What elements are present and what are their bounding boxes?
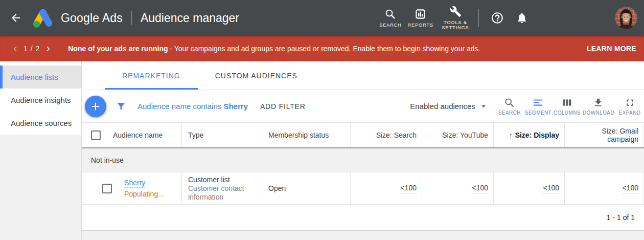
size-value: <100	[400, 184, 417, 193]
table-footer: 1 - 1 of 1	[82, 205, 644, 230]
help-button[interactable]	[491, 11, 504, 25]
help-icon	[491, 11, 504, 25]
row-checkbox[interactable]	[102, 184, 112, 193]
topbar-left: Google Ads Audience manager	[0, 8, 239, 28]
sidebar: Audience lists Audience insights Audienc…	[0, 61, 82, 240]
account-avatar[interactable]	[615, 7, 637, 29]
wrench-icon	[450, 6, 462, 17]
topbar-divider	[131, 11, 132, 25]
alert-banner: 1 / 2 None of your ads are running - You…	[0, 36, 644, 61]
action-label: EXPAND	[619, 110, 641, 116]
column-label: Membership status	[268, 131, 329, 139]
chevron-down-icon	[480, 103, 487, 110]
header-audience-name: Audience name	[82, 123, 182, 147]
notifications-button[interactable]	[516, 12, 528, 24]
download-icon	[593, 97, 604, 108]
table-header-row: Audience name Type Membership status Siz…	[82, 123, 644, 147]
segment-action-button[interactable]: SEGMENT	[524, 97, 553, 116]
active-filter-chip[interactable]: Audience name contains Sherry	[137, 102, 248, 111]
google-ads-logo-icon[interactable]	[31, 8, 55, 28]
header-size-display[interactable]: ↑Size: Display	[494, 123, 565, 147]
banner-prev-button[interactable]	[12, 45, 19, 53]
add-filter-button[interactable]: ADD FILTER	[260, 102, 306, 111]
tab-label: CUSTOM AUDIENCES	[215, 72, 297, 80]
main-panel: REMARKETING CUSTOM AUDIENCES Audience na…	[82, 61, 644, 240]
main-card: REMARKETING CUSTOM AUDIENCES Audience na…	[82, 61, 644, 231]
banner-message: None of your ads are running - Your camp…	[68, 45, 480, 53]
columns-icon	[562, 97, 572, 108]
sidebar-item-audience-sources[interactable]: Audience sources	[0, 112, 81, 135]
pagination-label: 1 - 1 of 1	[607, 213, 635, 222]
action-label: COLUMNS	[554, 110, 581, 116]
search-icon	[504, 97, 515, 108]
audience-name-link[interactable]: Sherry	[124, 179, 145, 188]
header-size-youtube[interactable]: Size: YouTube	[422, 123, 494, 147]
membership-value: Open	[268, 184, 344, 192]
cell-size-gmail: <100	[565, 172, 644, 204]
banner-message-rest: - Your campaigns and ad groups are pause…	[168, 45, 480, 53]
sidebar-item-label: Audience insights	[11, 96, 71, 104]
filter-icon[interactable]	[115, 100, 127, 113]
cell-audience-name: Sherry Populating...	[82, 172, 182, 204]
audience-view-select[interactable]: Enabled audiences	[410, 102, 487, 111]
view-select-value: Enabled audiences	[410, 102, 475, 111]
topbar-tools-button[interactable]: TOOLS & SETTINGS	[436, 6, 474, 30]
populating-status: Populating...	[124, 188, 164, 200]
select-all-checkbox[interactable]	[91, 130, 101, 140]
banner-next-button[interactable]	[44, 45, 52, 53]
expand-action-button[interactable]: EXPAND	[615, 97, 644, 116]
size-value: <100	[472, 184, 488, 193]
column-label: Size: Display	[515, 131, 559, 139]
download-action-button[interactable]: DOWNLOAD	[582, 97, 615, 116]
plus-icon	[90, 101, 101, 112]
topbar-right: SEARCH REPORTS TOOLS & SETTINGS	[376, 6, 644, 30]
table-actions: SEARCH SEGMENT COLUMNS DOWNLOAD	[495, 97, 644, 116]
back-arrow-icon[interactable]	[10, 12, 22, 24]
banner-pager: 1 / 2	[24, 45, 40, 53]
column-label: Type	[188, 131, 203, 139]
table-toolbar: Audience name contains Sherry ADD FILTER…	[82, 90, 644, 123]
tab-label: REMARKETING	[122, 72, 180, 80]
sidebar-item-label: Audience lists	[11, 73, 58, 81]
filter-prefix: Audience name contains	[137, 102, 223, 111]
table-row: Sherry Populating... Customer list Custo…	[82, 172, 644, 205]
column-label: Size: Search	[376, 131, 417, 139]
search-action-button[interactable]: SEARCH	[495, 97, 524, 116]
cell-type: Customer list Customer contact informati…	[182, 172, 262, 204]
cell-size-youtube: <100	[422, 172, 494, 204]
column-label: Size: YouTube	[442, 131, 488, 139]
banner-message-bold: None of your ads are running	[68, 45, 168, 53]
bell-icon	[516, 12, 528, 24]
sidebar-item-label: Audience sources	[11, 119, 72, 127]
brand-name: Google Ads	[61, 11, 123, 25]
cell-size-search: <100	[351, 172, 422, 204]
topbar-search-label: SEARCH	[379, 23, 402, 28]
learn-more-link[interactable]: LEARN MORE	[587, 45, 636, 53]
top-app-bar: Google Ads Audience manager SEARCH REPOR…	[0, 0, 644, 36]
header-size-search[interactable]: Size: Search	[351, 123, 422, 147]
size-value: <100	[622, 184, 638, 193]
column-label: Size: Gmail campaign	[571, 127, 638, 143]
topbar-divider	[478, 9, 479, 27]
sidebar-panel: Audience lists Audience insights Audienc…	[0, 61, 81, 135]
topbar-reports-label: REPORTS	[408, 23, 433, 28]
sidebar-item-audience-insights[interactable]: Audience insights	[0, 89, 81, 112]
header-type[interactable]: Type	[182, 123, 262, 147]
tab-remarketing[interactable]: REMARKETING	[105, 61, 198, 90]
reports-icon	[415, 8, 426, 20]
header-membership-status[interactable]: Membership status	[262, 123, 351, 147]
sort-ascending-icon: ↑	[509, 131, 513, 139]
group-row-not-in-use: Not in-use	[82, 147, 644, 172]
group-label: Not in-use	[91, 156, 124, 164]
action-label: DOWNLOAD	[583, 110, 614, 116]
search-icon	[384, 8, 396, 20]
add-audience-button[interactable]	[85, 96, 106, 117]
columns-action-button[interactable]: COLUMNS	[553, 97, 582, 116]
tab-bar: REMARKETING CUSTOM AUDIENCES	[82, 61, 644, 90]
sidebar-item-audience-lists[interactable]: Audience lists	[0, 66, 81, 89]
header-size-gmail[interactable]: Size: Gmail campaign	[565, 123, 644, 147]
topbar-search-button[interactable]: SEARCH	[376, 8, 405, 28]
topbar-reports-button[interactable]: REPORTS	[405, 8, 436, 28]
expand-icon	[625, 97, 635, 108]
tab-custom-audiences[interactable]: CUSTOM AUDIENCES	[198, 61, 315, 90]
